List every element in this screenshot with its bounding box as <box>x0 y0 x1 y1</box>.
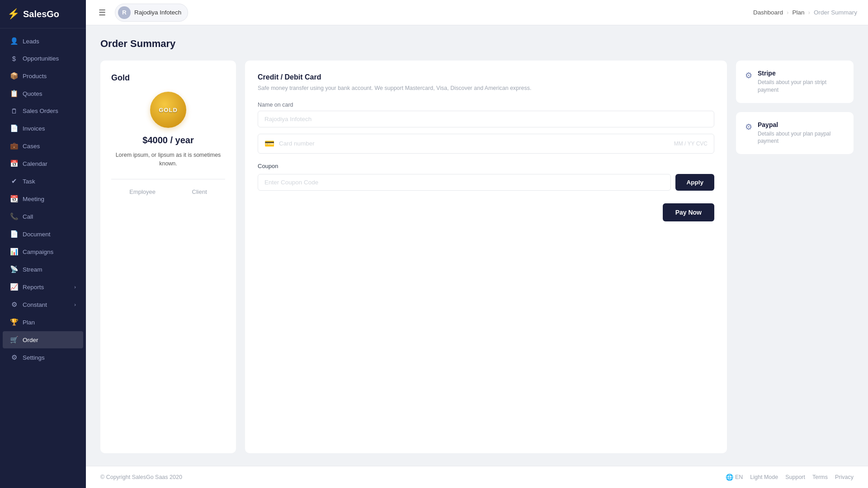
paypal-name: Paypal <box>758 121 844 128</box>
sidebar-item-opportunities[interactable]: $ Opportunities <box>3 50 83 67</box>
menu-toggle-button[interactable]: ☰ <box>97 6 108 19</box>
sidebar-item-label: Plan <box>23 319 35 326</box>
terms-link[interactable]: Terms <box>812 474 828 480</box>
sidebar-item-label: Call <box>23 213 33 220</box>
sidebar-item-calendar[interactable]: 📅 Calendar <box>3 155 83 172</box>
settings-icon: ⚙ <box>10 353 18 361</box>
sidebar-item-label: Calendar <box>23 160 47 167</box>
plan-price: $4000 / year <box>142 135 193 145</box>
language-label: EN <box>735 474 743 480</box>
support-link[interactable]: Support <box>785 474 805 480</box>
breadcrumb-plan[interactable]: Plan <box>792 9 804 16</box>
logo-icon: ⚡ <box>7 8 19 20</box>
sidebar-item-label: Reports <box>23 284 44 291</box>
card-chip-icon: 💳 <box>264 139 274 149</box>
sidebar-item-call[interactable]: 📞 Call <box>3 208 83 225</box>
paypal-card[interactable]: ⚙ Paypal Details about your plan paypal … <box>736 112 854 155</box>
apply-button[interactable]: Apply <box>675 174 714 191</box>
card-number-placeholder: Card number <box>279 140 670 147</box>
sidebar-item-products[interactable]: 📦 Products <box>3 67 83 84</box>
sidebar-item-label: Sales Orders <box>23 108 58 114</box>
tab-employee[interactable]: Employee <box>122 187 163 197</box>
sidebar-item-document[interactable]: 📄 Document <box>3 225 83 243</box>
sidebar-item-label: Constant <box>23 301 47 308</box>
meeting-icon: 📆 <box>10 195 18 203</box>
stripe-info: Stripe Details about your plan stript pa… <box>758 70 844 94</box>
payment-title: Credit / Debit Card <box>258 73 714 81</box>
right-panel: ⚙ Stripe Details about your plan stript … <box>736 61 854 453</box>
payment-description: Safe money transfer using your bank acco… <box>258 84 714 93</box>
chevron-right-icon: › <box>74 302 76 307</box>
leads-icon: 👤 <box>10 37 18 45</box>
sidebar-item-cases[interactable]: 💼 Cases <box>3 137 83 155</box>
sidebar-item-order[interactable]: 🛒 Order <box>3 331 83 348</box>
order-layout: Gold GOLD $4000 / year Lorem ipsum, or l… <box>100 61 854 453</box>
card-meta: MM / YY CVC <box>674 141 708 147</box>
paypal-icon: ⚙ <box>745 122 752 132</box>
breadcrumb-dashboard[interactable]: Dashboard <box>753 9 783 16</box>
sidebar-item-invoices[interactable]: 📄 Invoices <box>3 120 83 137</box>
light-mode-link[interactable]: Light Mode <box>750 474 778 480</box>
breadcrumb: Dashboard › Plan › Order Summary <box>753 9 857 16</box>
stripe-card[interactable]: ⚙ Stripe Details about your plan stript … <box>736 61 854 103</box>
document-icon: 📄 <box>10 230 18 238</box>
quotes-icon: 📋 <box>10 89 18 98</box>
sidebar-item-reports[interactable]: 📈 Reports › <box>3 278 83 296</box>
name-on-card-label: Name on card <box>258 102 714 108</box>
campaigns-icon: 📊 <box>10 248 18 256</box>
sidebar-item-leads[interactable]: 👤 Leads <box>3 33 83 50</box>
sidebar-item-label: Settings <box>23 354 45 361</box>
stripe-name: Stripe <box>758 70 844 77</box>
coupon-input[interactable] <box>258 174 671 191</box>
sidebar-item-sales-orders[interactable]: 🗒 Sales Orders <box>3 103 83 119</box>
sidebar-item-label: Campaigns <box>23 249 53 255</box>
sidebar-item-label: Stream <box>23 266 42 273</box>
plan-icon: 🏆 <box>10 318 18 326</box>
gold-badge-text: GOLD <box>159 107 178 113</box>
org-badge[interactable]: R Rajodiya Infotech <box>115 4 188 22</box>
chevron-right-icon: › <box>74 284 76 290</box>
constant-icon: ⚙ <box>10 300 18 309</box>
sidebar-item-campaigns[interactable]: 📊 Campaigns <box>3 243 83 260</box>
cases-icon: 💼 <box>10 142 18 150</box>
stripe-icon: ⚙ <box>745 70 752 80</box>
coupon-row: Apply <box>258 174 714 191</box>
pay-now-button[interactable]: Pay Now <box>663 203 714 221</box>
header: ☰ R Rajodiya Infotech Dashboard › Plan ›… <box>86 0 868 25</box>
stream-icon: 📡 <box>10 265 18 273</box>
sidebar-item-label: Meeting <box>23 196 44 202</box>
gold-badge: GOLD <box>150 92 186 128</box>
sidebar-item-plan[interactable]: 🏆 Plan <box>3 314 83 331</box>
language-selector[interactable]: 🌐 EN <box>726 474 743 481</box>
sidebar-item-label: Document <box>23 231 51 238</box>
sidebar-item-meeting[interactable]: 📆 Meeting <box>3 190 83 207</box>
privacy-link[interactable]: Privacy <box>835 474 854 480</box>
gold-plan-card: Gold GOLD $4000 / year Lorem ipsum, or l… <box>100 61 236 453</box>
sidebar-item-task[interactable]: ✔ Task <box>3 173 83 190</box>
avatar: R <box>118 6 131 19</box>
paypal-info: Paypal Details about your plan paypal pa… <box>758 121 844 145</box>
tab-client[interactable]: Client <box>185 187 214 197</box>
sidebar-item-label: Invoices <box>23 125 45 132</box>
sidebar-item-label: Order <box>23 337 38 343</box>
sidebar-item-label: Leads <box>23 38 39 45</box>
sidebar-item-settings[interactable]: ⚙ Settings <box>3 349 83 366</box>
sidebar-item-stream[interactable]: 📡 Stream <box>3 261 83 278</box>
payment-card: Credit / Debit Card Safe money transfer … <box>245 61 727 453</box>
sidebar-item-constant[interactable]: ⚙ Constant › <box>3 296 83 313</box>
name-on-card-input[interactable] <box>258 111 714 127</box>
copyright-text: © Copyright SalesGo Saas 2020 <box>100 474 726 480</box>
footer: © Copyright SalesGo Saas 2020 🌐 EN Light… <box>86 466 868 488</box>
reports-icon: 📈 <box>10 283 18 291</box>
sidebar: ⚡ SalesGo 👤 Leads $ Opportunities 📦 Prod… <box>0 0 86 488</box>
sidebar-item-label: Opportunities <box>23 55 59 62</box>
calendar-icon: 📅 <box>10 160 18 168</box>
sidebar-item-quotes[interactable]: 📋 Quotes <box>3 85 83 102</box>
plan-name: Gold <box>111 73 130 83</box>
stripe-description: Details about your plan stript payment <box>758 79 844 94</box>
card-number-row: 💳 Card number MM / YY CVC <box>258 134 714 154</box>
sidebar-item-label: Products <box>23 73 47 80</box>
sidebar-logo[interactable]: ⚡ SalesGo <box>0 0 86 28</box>
main-area: ☰ R Rajodiya Infotech Dashboard › Plan ›… <box>86 0 868 488</box>
org-name: Rajodiya Infotech <box>134 9 181 16</box>
